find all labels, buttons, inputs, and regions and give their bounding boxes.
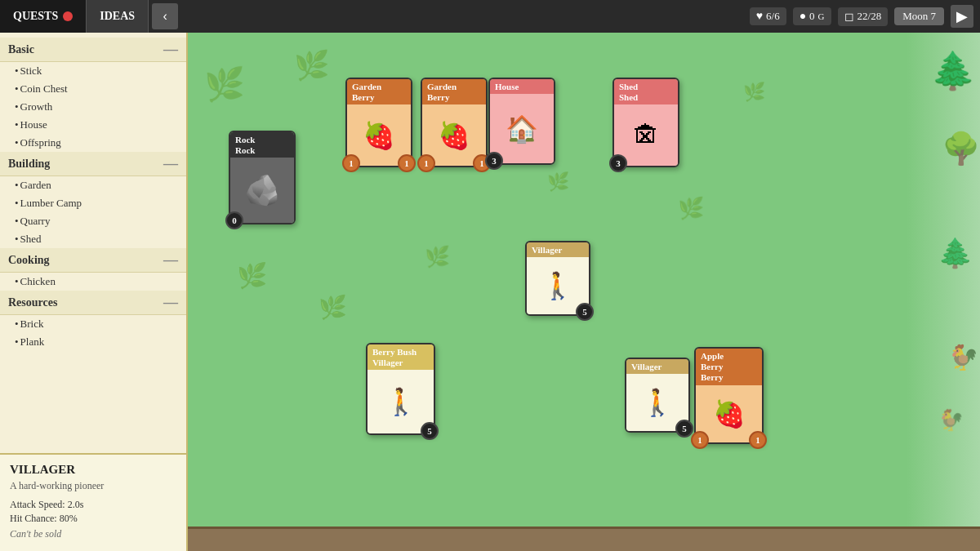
bg-decor-5: 🌿: [318, 294, 347, 321]
category-basic: Basic —: [0, 38, 186, 62]
sidebar-item-coin-chest[interactable]: Coin Chest: [0, 80, 186, 98]
sidebar-item-lumber-camp[interactable]: Lumber Camp: [0, 194, 186, 212]
gameboard: 🌿 🌿 🌿 🌿 🌿 🌿 🌿 🌿 🌲 🌳 🌲 🐓 🐓 Garden Berry 🍓…: [188, 33, 980, 551]
info-title: VILLAGER: [10, 463, 176, 477]
bg-decor-8: 🌿: [743, 82, 765, 103]
card-rock[interactable]: Rock Rock 🪨 0: [229, 131, 296, 224]
villager-icon-2: 🚶: [638, 383, 677, 422]
card-line-2: Berry: [352, 92, 406, 103]
card-garden-berry-2-header: Garden Berry: [422, 79, 486, 104]
sidebar-item-brick[interactable]: Brick: [0, 315, 186, 333]
card-shed-header: Shed Shed: [614, 79, 678, 104]
badge-villager-1-5: 5: [576, 303, 594, 321]
heart-icon: ♥: [756, 10, 763, 23]
card-line-1: Garden: [352, 82, 406, 92]
topbar-left: QUESTS IDEAS ‹: [0, 0, 181, 33]
shed-icon: 🏚: [630, 116, 662, 155]
card-berry-bush-villager[interactable]: Berry Bush Villager 🚶 5: [366, 343, 435, 435]
badge-rock-0: 0: [225, 211, 243, 229]
category-basic-label: Basic: [8, 43, 34, 56]
sidebar-item-chicken[interactable]: Chicken: [0, 273, 186, 291]
info-stat-attack: Attack Speed: 2.0s: [10, 499, 176, 511]
card-rock-line-1: Rock: [235, 135, 289, 145]
card-abb-line-3: Berry: [701, 372, 757, 383]
bg-decor-3: 🌿: [237, 261, 267, 290]
collapse-button[interactable]: ‹: [152, 3, 178, 29]
card-garden-berry-2[interactable]: Garden Berry 🍓 1 1: [421, 78, 488, 167]
ideas-label: IDEAS: [100, 10, 135, 23]
card-villager-1-line: Villager: [532, 245, 584, 256]
sidebar-item-garden[interactable]: Garden: [0, 176, 186, 194]
card-house[interactable]: House 🏠 3: [488, 78, 555, 165]
alert-dot: [63, 11, 73, 21]
sidebar-item-house[interactable]: House: [0, 116, 186, 134]
sidebar-item-growth[interactable]: Growth: [0, 98, 186, 116]
info-note-sold: Can't be sold: [10, 528, 176, 540]
bg-decor-4: 🌿: [425, 245, 450, 269]
coins-stat: ● 0 G: [793, 7, 831, 25]
card-bb-line-2: Villager: [372, 358, 429, 368]
next-button[interactable]: ▶: [951, 5, 973, 28]
category-resources: Resources —: [0, 291, 186, 315]
quests-label: QUESTS: [13, 10, 58, 23]
tab-ideas[interactable]: IDEAS: [87, 0, 149, 33]
category-resources-label: Resources: [8, 296, 57, 309]
villager-icon-1: 🚶: [538, 266, 577, 305]
tree-5: 🐓: [938, 408, 964, 432]
category-cooking-label: Cooking: [8, 254, 50, 267]
badge-br-1: 1: [398, 154, 416, 172]
card-abb-header: Apple Berry Berry: [696, 349, 762, 385]
badge-villager-2-5: 5: [675, 420, 693, 438]
topbar-right: ♥ 6/6 ● 0 G ◻ 22/28 Moon 7 ▶: [750, 5, 980, 28]
moon-label: Moon 7: [894, 7, 944, 25]
berry-icon-1: 🍓: [359, 116, 399, 155]
right-decoration: 🌲 🌳 🌲 🐓 🐓: [906, 33, 980, 551]
capacity-icon: ◻: [844, 10, 854, 24]
card-villager-1-header: Villager: [527, 242, 589, 257]
badge-house-3: 3: [485, 152, 503, 170]
card-shed[interactable]: Shed Shed 🏚 3: [612, 78, 679, 167]
card-garden-berry-1[interactable]: Garden Berry 🍓 1 1: [345, 78, 412, 167]
basic-dash: —: [163, 41, 178, 58]
sidebar-item-offspring[interactable]: Offspring: [0, 134, 186, 152]
resources-dash: —: [163, 294, 178, 311]
badge-bl-1: 1: [342, 154, 360, 172]
coins-value: 0: [809, 10, 815, 23]
apple-berry-icon: 🍓: [710, 394, 749, 433]
tree-4: 🐓: [948, 343, 978, 371]
category-cooking: Cooking —: [0, 248, 186, 273]
card-villager-2-header: Villager: [626, 359, 688, 374]
topbar: QUESTS IDEAS ‹ ♥ 6/6 ● 0 G ◻ 22/28 Moon …: [0, 0, 980, 33]
sidebar-item-quarry[interactable]: Quarry: [0, 212, 186, 230]
card-rock-header: Rock Rock: [230, 132, 294, 158]
sidebar-item-plank[interactable]: Plank: [0, 333, 186, 351]
tab-quests[interactable]: QUESTS: [0, 0, 87, 33]
info-subtitle: A hard-working pioneer: [10, 480, 176, 492]
card-garden-berry-1-header: Garden Berry: [347, 79, 411, 104]
hearts-value: 6/6: [766, 10, 780, 23]
card-villager-2-line: Villager: [631, 362, 684, 372]
info-panel: VILLAGER A hard-working pioneer Attack S…: [0, 453, 186, 551]
card-house-header: House: [490, 79, 554, 94]
card-apple-berry-berry[interactable]: Apple Berry Berry 🍓 1 1: [694, 347, 764, 444]
bg-decor-1: 🌿: [204, 65, 245, 104]
card-shed-line-2: Shed: [619, 92, 673, 103]
sidebar-item-shed[interactable]: Shed: [0, 230, 186, 248]
rock-icon: 🪨: [241, 169, 284, 211]
sidebar-list: Basic — Stick Coin Chest Growth House Of…: [0, 33, 186, 453]
card-house-line-1: House: [495, 82, 549, 92]
sidebar-item-stick[interactable]: Stick: [0, 62, 186, 80]
card-villager-1[interactable]: Villager 🚶 5: [525, 241, 590, 316]
card-villager-2[interactable]: Villager 🚶 5: [625, 358, 690, 433]
card-berry-bush-header: Berry Bush Villager: [368, 344, 434, 370]
bg-decor-7: 🌿: [678, 196, 704, 221]
bg-decor-2: 🌿: [294, 49, 330, 82]
tree-1: 🌲: [930, 49, 976, 92]
card-bb-line-1: Berry Bush: [372, 347, 429, 358]
hearts-stat: ♥ 6/6: [750, 7, 786, 25]
card-shed-line-1: Shed: [619, 82, 673, 92]
info-stat-hitchance: Hit Chance: 80%: [10, 513, 176, 525]
tree-2: 🌳: [942, 131, 980, 167]
capacity-value: 22/28: [858, 10, 882, 23]
villager-icon-bb: 🚶: [381, 382, 421, 421]
